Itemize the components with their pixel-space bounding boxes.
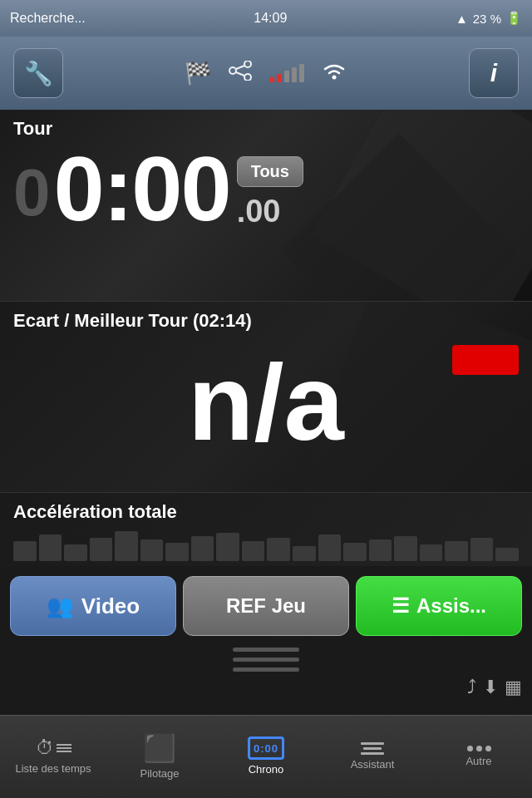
- status-bar: Recherche... 14:09 ▲ 23 % 🔋: [0, 0, 532, 37]
- accel-bar: [115, 531, 138, 561]
- signal-bar-5: [299, 64, 304, 82]
- svg-line-3: [236, 66, 244, 69]
- accel-bar: [165, 543, 189, 561]
- drag-handle[interactable]: [0, 643, 532, 675]
- tab-liste-label: Liste des temps: [15, 762, 91, 775]
- svg-point-0: [229, 67, 236, 74]
- accel-bar: [495, 548, 519, 561]
- tab-bar: ⏱ Liste des temps ⬛ Pilotage 0:00 Chrono…: [0, 715, 532, 798]
- tab-liste-timer-icon: ⏱: [36, 737, 54, 759]
- assistant-icon: [361, 742, 384, 755]
- dot-1: [467, 746, 473, 751]
- info-button[interactable]: i: [469, 48, 519, 98]
- accel-bar: [445, 541, 468, 561]
- tab-pilotage[interactable]: ⬛ Pilotage: [106, 726, 213, 780]
- accel-bar: [318, 534, 342, 561]
- dot-2: [476, 746, 482, 751]
- assist-line-3: [361, 752, 384, 755]
- timer-display: 0:00: [54, 143, 230, 234]
- accel-bar: [420, 544, 443, 561]
- wrench-icon: 🔧: [24, 60, 53, 87]
- ecart-label: Ecart / Meilleur Tour (02:14): [13, 310, 519, 332]
- tab-assistant-label: Assistant: [351, 758, 395, 771]
- accel-bar: [216, 533, 239, 561]
- tous-button[interactable]: Tous: [237, 156, 303, 187]
- drag-line-1: [233, 648, 299, 652]
- drag-line-3: [233, 667, 299, 672]
- tab-assistant[interactable]: Assistant: [319, 736, 426, 771]
- time-label: 14:09: [254, 11, 287, 26]
- na-display: n/a: [13, 348, 519, 456]
- dot-3: [485, 746, 491, 751]
- action-buttons: 👥 Video REF Jeu ☰ Assis...: [0, 566, 532, 643]
- tour-section: Tour 0 0:00 Tous .00: [0, 110, 532, 301]
- accel-bar: [140, 539, 164, 561]
- lap-number: 0: [13, 160, 51, 226]
- ecart-section: Ecart / Meilleur Tour (02:14) n/a: [0, 301, 532, 492]
- accel-bar: [293, 546, 316, 561]
- tab-autre[interactable]: Autre: [426, 739, 532, 767]
- accel-bar: [394, 536, 417, 561]
- network-icon: [228, 61, 253, 86]
- assis-label: Assis...: [416, 594, 486, 618]
- signal-bar-3: [284, 71, 289, 82]
- assis-button[interactable]: ☰ Assis...: [356, 576, 522, 636]
- assist-line-1: [361, 742, 384, 745]
- chrono-icon: 0:00: [248, 736, 284, 760]
- accel-bar: [369, 539, 392, 561]
- accel-bars: [13, 528, 519, 561]
- location-icon: ▲: [456, 12, 468, 26]
- battery-label: 23 %: [473, 12, 501, 26]
- svg-point-2: [244, 74, 251, 81]
- tab-pilotage-label: Pilotage: [140, 767, 180, 780]
- status-right: ▲ 23 % 🔋: [456, 11, 522, 26]
- timer-row: 0 0:00 Tous .00: [13, 143, 519, 234]
- tab-autre-label: Autre: [466, 755, 491, 767]
- flag-icon: 🏁: [185, 61, 211, 86]
- share-icon[interactable]: ⤴: [467, 677, 476, 698]
- accel-bar: [39, 534, 62, 561]
- accel-label: Accélération totale: [13, 501, 519, 523]
- svg-point-1: [244, 61, 251, 67]
- accel-bar: [90, 538, 113, 561]
- accel-bar: [191, 536, 214, 561]
- accel-bar: [470, 538, 494, 561]
- info-icon: i: [490, 59, 497, 87]
- tab-chrono-label: Chrono: [249, 763, 284, 776]
- tab-liste[interactable]: ⏱ Liste des temps: [0, 731, 106, 775]
- grid-icon[interactable]: ▦: [505, 677, 522, 698]
- accel-section: Accélération totale: [0, 492, 532, 566]
- signal-bar-1: [269, 77, 274, 82]
- accel-bar: [242, 541, 265, 561]
- toolbar-icons: 🏁: [185, 61, 347, 86]
- ref-jeu-label: REF Jeu: [226, 594, 306, 618]
- battery-icon: 🔋: [506, 11, 522, 26]
- svg-line-4: [236, 72, 244, 76]
- timer-right: Tous .00: [237, 156, 303, 229]
- signal-bars: [269, 64, 304, 82]
- accel-bar: [267, 538, 290, 561]
- assist-line-2: [363, 747, 382, 750]
- video-label: Video: [81, 594, 140, 619]
- signal-bar-4: [292, 67, 297, 82]
- wifi-icon: [321, 61, 347, 86]
- more-dots-icon: [467, 746, 491, 751]
- download-icon[interactable]: ⬇: [483, 677, 498, 698]
- svg-point-5: [332, 76, 337, 80]
- accel-bar: [13, 541, 37, 561]
- signal-bar-2: [277, 74, 282, 82]
- toolbar: 🔧 🏁: [0, 37, 532, 110]
- wrench-button[interactable]: 🔧: [13, 48, 63, 98]
- accel-bar: [343, 543, 367, 561]
- ref-jeu-button[interactable]: REF Jeu: [183, 576, 349, 636]
- timer-decimal: .00: [237, 194, 281, 229]
- tab-chrono[interactable]: 0:00 Chrono: [213, 730, 319, 776]
- small-icons-row: ⤴ ⬇ ▦: [0, 675, 532, 702]
- tab-pilotage-icon: ⬛: [143, 732, 176, 764]
- video-button[interactable]: 👥 Video: [10, 576, 176, 636]
- video-icon: 👥: [47, 594, 73, 619]
- drag-line-2: [233, 658, 299, 662]
- search-label: Recherche...: [10, 11, 86, 26]
- assis-icon: ☰: [392, 594, 410, 618]
- accel-bar: [64, 544, 87, 561]
